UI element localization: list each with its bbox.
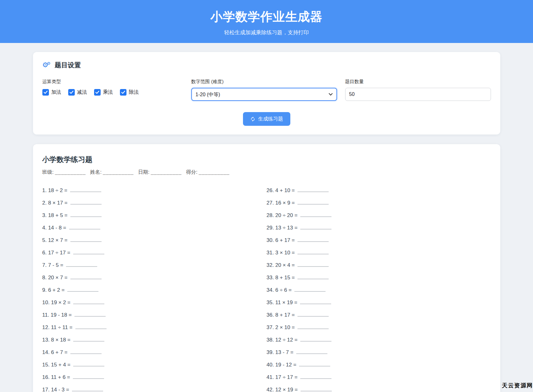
page-subtitle: 轻松生成加减乘除练习题，支持打印: [0, 29, 533, 36]
problem-item: 28. 20 ÷ 20 =: [267, 212, 491, 220]
answer-blank: [297, 187, 329, 192]
problem-text: 17. 14 - 3 =: [42, 387, 69, 392]
problem-text: 4. 14 - 8 =: [42, 225, 66, 231]
answer-blank: [73, 362, 104, 366]
answer-blank: [70, 237, 102, 242]
answer-blank: [73, 250, 104, 254]
answer-blank: [70, 187, 101, 192]
problem-item: 5. 12 × 7 =: [42, 237, 267, 245]
problem-text: 34. 6 ÷ 6 =: [267, 287, 292, 293]
problem-item: 2. 8 × 17 =: [42, 200, 267, 207]
problem-text: 30. 6 + 17 =: [267, 237, 295, 243]
problem-item: 3. 18 + 5 =: [42, 212, 267, 220]
problem-item: 33. 8 + 15 =: [267, 275, 491, 282]
question-count-input[interactable]: [345, 88, 491, 101]
checkmark-icon: [68, 89, 75, 96]
answer-blank: [297, 312, 329, 317]
answer-blank: [73, 337, 104, 342]
problem-item: 38. 12 ÷ 12 =: [267, 337, 491, 344]
problem-item: 11. 19 - 18 =: [42, 312, 267, 319]
answer-blank: [300, 300, 331, 304]
settings-card-header: ⚙⚙ 题目设置: [42, 61, 491, 69]
answer-blank: [294, 287, 326, 292]
checkbox-addition[interactable]: 加法: [42, 89, 61, 96]
problem-item: 17. 14 - 3 =: [42, 387, 267, 392]
problem-item: 13. 8 × 18 =: [42, 337, 267, 344]
checkbox-subtraction[interactable]: 减法: [68, 89, 87, 96]
worksheet-card: 小学数学练习题 班级: __________姓名: __________日期: …: [33, 144, 500, 392]
settings-form-row: 运算类型 加法减法乘法除法 数字范围 (难度) 1-20 (中等) 题目数量: [42, 79, 491, 101]
problem-item: 6. 17 ÷ 17 =: [42, 250, 267, 257]
meta-field: 班级: __________: [42, 169, 86, 175]
problem-item: 16. 11 + 6 =: [42, 374, 267, 382]
problem-text: 11. 19 - 18 =: [42, 312, 72, 318]
problem-text: 3. 18 + 5 =: [42, 212, 68, 218]
problem-item: 26. 4 + 10 =: [267, 187, 491, 195]
problem-text: 15. 15 + 4 =: [42, 362, 71, 368]
problem-text: 38. 12 ÷ 12 =: [267, 337, 298, 343]
answer-blank: [300, 337, 331, 342]
problem-text: 42. 12 × 19 =: [267, 387, 298, 392]
watermark: 天云资源网: [502, 382, 533, 389]
checkmark-icon: [42, 89, 49, 96]
answer-blank: [297, 262, 329, 267]
problem-item: 10. 19 × 2 =: [42, 300, 267, 307]
problem-item: 14. 6 + 7 =: [42, 349, 267, 357]
problem-text: 31. 3 × 10 =: [267, 250, 295, 256]
answer-blank: [70, 349, 102, 354]
number-range-label: 数字范围 (难度): [191, 79, 337, 85]
question-count-label: 题目数量: [345, 79, 491, 85]
problem-text: 37. 2 × 10 =: [267, 324, 295, 330]
problem-item: 7. 7 - 5 =: [42, 262, 267, 270]
problem-item: 9. 6 + 2 =: [42, 287, 267, 295]
answer-blank: [70, 275, 102, 279]
checkbox-multiplication[interactable]: 乘法: [94, 89, 113, 96]
answer-blank: [297, 324, 329, 329]
answer-blank: [296, 349, 327, 354]
problem-text: 10. 19 × 2 =: [42, 300, 71, 305]
problem-text: 6. 17 ÷ 17 =: [42, 250, 70, 256]
range-select-wrap: 1-20 (中等): [191, 88, 337, 101]
checkmark-icon: [120, 89, 126, 96]
problem-item: 39. 13 - 7 =: [267, 349, 491, 357]
generate-button-label: 生成练习题: [258, 116, 283, 122]
problem-text: 7. 7 - 5 =: [42, 262, 64, 268]
problem-text: 14. 6 + 7 =: [42, 349, 68, 355]
answer-blank: [67, 287, 98, 292]
answer-blank: [72, 387, 103, 391]
answer-blank: [66, 262, 97, 267]
answer-blank: [70, 200, 102, 205]
answer-blank: [299, 362, 330, 366]
problem-item: 1. 18 ÷ 2 =: [42, 187, 267, 195]
problem-text: 36. 8 + 17 =: [267, 312, 295, 318]
checkbox-label: 加法: [51, 89, 61, 96]
answer-blank: [75, 324, 107, 329]
answer-blank: [301, 387, 332, 391]
app-header: 小学数学作业生成器 轻松生成加减乘除练习题，支持打印: [0, 0, 533, 43]
range-select[interactable]: 1-20 (中等): [191, 88, 337, 101]
operation-type-field: 运算类型 加法减法乘法除法: [42, 79, 183, 101]
problem-item: 41. 17 ÷ 17 =: [267, 374, 491, 382]
answer-blank: [74, 312, 106, 317]
problem-item: 36. 8 + 17 =: [267, 312, 491, 319]
problem-item: 42. 12 × 19 =: [267, 387, 491, 392]
worksheet-meta: 班级: __________姓名: __________日期: ________…: [42, 169, 491, 176]
answer-blank: [300, 374, 331, 379]
problem-text: 32. 20 × 4 =: [267, 262, 295, 268]
problem-item: 31. 3 × 10 =: [267, 250, 491, 257]
settings-card: ⚙⚙ 题目设置 运算类型 加法减法乘法除法 数字范围 (难度) 1-20 (中等…: [33, 52, 500, 135]
question-count-field: 题目数量: [345, 79, 491, 101]
worksheet-title: 小学数学练习题: [42, 155, 491, 164]
checkbox-label: 除法: [129, 89, 139, 96]
problem-text: 2. 8 × 17 =: [42, 200, 68, 206]
page-title: 小学数学作业生成器: [0, 0, 533, 25]
answer-blank: [297, 250, 329, 254]
problems-grid: 1. 18 ÷ 2 =2. 8 × 17 =3. 18 + 5 =4. 14 -…: [42, 187, 491, 392]
problem-text: 40. 19 - 12 =: [267, 362, 297, 368]
answer-blank: [69, 225, 100, 229]
checkbox-division[interactable]: 除法: [120, 89, 139, 96]
generate-button[interactable]: 生成练习题: [243, 112, 290, 126]
gear-small-icon: ⚙: [47, 60, 51, 67]
button-row: 生成练习题: [42, 112, 491, 126]
problem-item: 27. 16 × 9 =: [267, 200, 491, 207]
